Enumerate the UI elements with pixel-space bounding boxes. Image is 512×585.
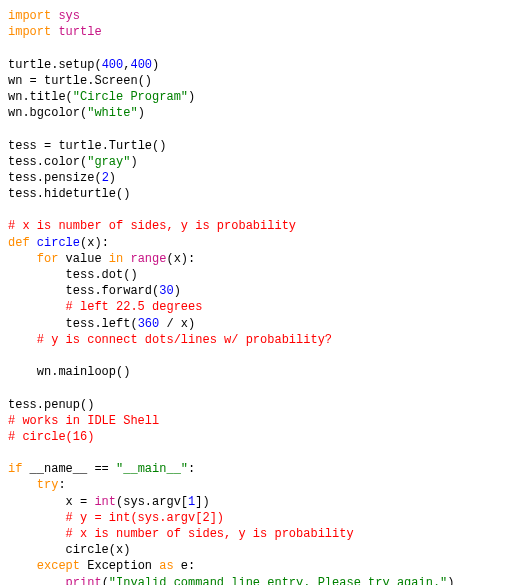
param-x: (x): [80, 236, 109, 250]
builtin-print: print [66, 576, 102, 585]
call-wn-title: wn.title [8, 90, 66, 104]
code-block: import sys import turtle turtle.setup(40… [8, 8, 504, 585]
assign-tess: tess = [8, 139, 58, 153]
keyword-import: import [8, 25, 51, 39]
comment-idle-shell: # works in IDLE Shell [8, 414, 159, 428]
string-gray: "gray" [87, 155, 130, 169]
number-360: 360 [138, 317, 160, 331]
call-tess-forward: tess.forward [66, 284, 152, 298]
call-wn-bgcolor: wn.bgcolor [8, 106, 80, 120]
comment-y-int: # y = int(sys.argv[2]) [66, 511, 224, 525]
func-name-circle: circle [37, 236, 80, 250]
comment-xy-prob: # x is number of sides, y is probability [8, 219, 296, 233]
keyword-import: import [8, 9, 51, 23]
keyword-try: try [37, 478, 59, 492]
string-main: "__main__" [116, 462, 188, 476]
call-turtle-screen: turtle.Screen [44, 74, 138, 88]
assign-wn: wn = [8, 74, 44, 88]
keyword-if: if [8, 462, 22, 476]
keyword-def: def [8, 236, 30, 250]
call-circle-x: circle(x) [66, 543, 131, 557]
call-tess-left: tess.left [66, 317, 131, 331]
comment-left-22-5: # left 22.5 degrees [66, 300, 203, 314]
keyword-as: as [159, 559, 173, 573]
module-turtle: turtle [58, 25, 101, 39]
number-30: 30 [159, 284, 173, 298]
comment-y-connect: # y is connect dots/lines w/ probability… [37, 333, 332, 347]
string-white: "white" [87, 106, 137, 120]
keyword-except: except [37, 559, 80, 573]
call-wn-mainloop: wn.mainloop() [37, 365, 131, 379]
comment-x-sides: # x is number of sides, y is probability [66, 527, 354, 541]
module-sys: sys [58, 9, 80, 23]
name-dunder: __name__ == [22, 462, 116, 476]
call-tess-penup: tess.penup() [8, 398, 94, 412]
call-tess-hideturtle: tess.hideturtle [8, 187, 116, 201]
number-400: 400 [130, 58, 152, 72]
builtin-range: range [130, 252, 166, 266]
number-400: 400 [102, 58, 124, 72]
keyword-for: for [37, 252, 59, 266]
builtin-int: int [94, 495, 116, 509]
call-turtle-turtle: turtle.Turtle [58, 139, 152, 153]
string-invalid: "Invalid command line entry. Please try … [109, 576, 447, 585]
assign-x: x = [66, 495, 95, 509]
comment-circle-16: # circle(16) [8, 430, 94, 444]
number-2: 2 [102, 171, 109, 185]
string-circle-program: "Circle Program" [73, 90, 188, 104]
call-tess-color: tess.color [8, 155, 80, 169]
call-turtle-setup: turtle.setup [8, 58, 94, 72]
call-tess-dot: tess.dot() [66, 268, 138, 282]
keyword-in: in [109, 252, 123, 266]
call-tess-pensize: tess.pensize [8, 171, 94, 185]
